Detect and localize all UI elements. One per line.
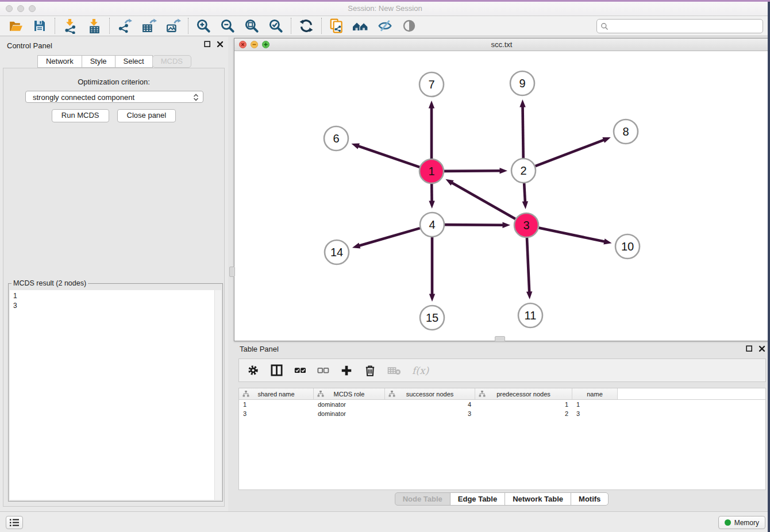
graph-node-4[interactable]: 4: [420, 213, 444, 237]
import-network-button[interactable]: [58, 17, 82, 34]
save-session-button[interactable]: [28, 17, 52, 34]
column-header-name[interactable]: name: [572, 388, 618, 399]
zoom-out-button[interactable]: [215, 17, 240, 34]
column-header-predecessor-nodes[interactable]: predecessor nodes: [475, 388, 572, 399]
add-row-icon[interactable]: [340, 364, 353, 377]
table-cell[interactable]: dominator: [314, 410, 385, 417]
hide-panels-icon: [377, 18, 393, 34]
network-window-titlebar[interactable]: scc.txt: [234, 38, 769, 51]
deselect-all-icon[interactable]: [317, 364, 329, 376]
table-cell[interactable]: 2: [475, 410, 572, 417]
table-cell[interactable]: 1: [239, 401, 314, 408]
home-button[interactable]: [349, 17, 373, 34]
graph-node-10[interactable]: 10: [615, 234, 640, 259]
import-network-icon: [63, 18, 78, 34]
criterion-select[interactable]: strongly connected component: [25, 91, 203, 103]
open-session-button[interactable]: [3, 17, 28, 34]
tab-edge-table[interactable]: Edge Table: [450, 492, 505, 506]
zoom-selected-button[interactable]: [264, 17, 288, 34]
splitter-handle-horizontal[interactable]: [495, 336, 505, 342]
task-history-button[interactable]: [6, 516, 23, 529]
graph-edge-4-14[interactable]: [359, 228, 420, 246]
table-cell[interactable]: 1: [475, 401, 572, 408]
delete-table-icon[interactable]: [387, 365, 401, 376]
graph-edge-3-1[interactable]: [451, 183, 515, 219]
graph-node-7[interactable]: 7: [419, 72, 444, 97]
clone-network-button[interactable]: [325, 17, 349, 34]
graph-node-15[interactable]: 15: [420, 306, 444, 330]
memory-button[interactable]: Memory: [718, 516, 765, 529]
export-table-button[interactable]: [137, 17, 161, 34]
graph-node-6[interactable]: 6: [324, 126, 348, 151]
run-mcds-button[interactable]: Run MCDS: [52, 109, 109, 122]
table-cell[interactable]: dominator: [314, 401, 385, 408]
table-cell[interactable]: 3: [239, 410, 314, 417]
graph-edge-arrowhead: [429, 294, 435, 302]
tab-network[interactable]: Network: [37, 55, 82, 68]
network-canvas[interactable]: 7968124314101511: [234, 51, 769, 341]
graph-edge-3-10[interactable]: [539, 228, 606, 242]
settings-icon[interactable]: [247, 364, 259, 376]
graph-edge-2-9[interactable]: [523, 106, 523, 158]
refresh-button[interactable]: [294, 17, 318, 34]
result-scrollbar[interactable]: [214, 290, 221, 500]
graph-node-1[interactable]: 1: [419, 159, 444, 183]
graph-node-2[interactable]: 2: [511, 159, 536, 183]
graph-edge-1-6[interactable]: [357, 146, 419, 167]
export-network-button[interactable]: [113, 17, 137, 34]
graph-edge-3-11[interactable]: [527, 238, 529, 293]
tab-mcds[interactable]: MCDS: [152, 55, 191, 68]
graph-node-label: 9: [519, 77, 525, 90]
status-bar: Memory: [0, 511, 770, 532]
node-table[interactable]: shared nameMCDS rolesuccessor nodesprede…: [238, 388, 766, 490]
table-cell[interactable]: 3: [385, 410, 475, 417]
zoom-fit-button[interactable]: [240, 17, 264, 34]
close-panel-icon[interactable]: [217, 41, 224, 48]
table-cell[interactable]: 1: [572, 401, 618, 408]
graph-edge-4-3[interactable]: [445, 225, 504, 225]
tab-network-table[interactable]: Network Table: [505, 492, 571, 506]
zoom-fit-icon: [244, 18, 260, 34]
table-row[interactable]: 1dominator411: [239, 400, 765, 409]
graph-edge-1-2[interactable]: [444, 171, 501, 171]
close-panel-icon[interactable]: [759, 345, 765, 352]
tab-motifs[interactable]: Motifs: [571, 492, 609, 506]
toolbar-separator: [55, 18, 55, 34]
select-all-icon[interactable]: [294, 364, 306, 376]
search-icon: [600, 22, 609, 30]
graph-node-3[interactable]: 3: [514, 213, 538, 237]
search-field[interactable]: [596, 19, 763, 33]
graph-edge-2-8[interactable]: [536, 140, 605, 166]
graph-edge-2-3[interactable]: [524, 183, 525, 203]
float-panel-icon[interactable]: [204, 41, 211, 48]
column-header-mcds-role[interactable]: MCDS role: [314, 388, 385, 399]
import-table-button[interactable]: [82, 17, 106, 34]
graph-node-14[interactable]: 14: [325, 240, 349, 264]
hide-panels-button[interactable]: [373, 17, 397, 34]
zoom-in-button[interactable]: [191, 17, 215, 34]
tab-node-table[interactable]: Node Table: [395, 492, 451, 506]
delete-row-icon[interactable]: [364, 364, 376, 377]
function-builder-icon[interactable]: f(x): [412, 365, 429, 376]
splitter-handle-vertical[interactable]: [229, 267, 235, 277]
graph-node-11[interactable]: 11: [518, 303, 542, 327]
close-panel-button[interactable]: Close panel: [117, 109, 176, 122]
home-icon: [352, 18, 369, 34]
graph-node-8[interactable]: 8: [614, 119, 638, 144]
column-header-shared-name[interactable]: shared name: [239, 388, 314, 399]
table-cell[interactable]: 3: [572, 410, 618, 417]
graph-node-9[interactable]: 9: [510, 71, 534, 95]
tab-style[interactable]: Style: [82, 55, 116, 68]
toggle-views-button[interactable]: [397, 17, 421, 34]
graph-edge-arrowhead: [603, 238, 611, 244]
search-input[interactable]: [611, 22, 763, 31]
table-row[interactable]: 3dominator323: [239, 409, 765, 418]
column-label: predecessor nodes: [496, 391, 550, 398]
column-header-successor-nodes[interactable]: successor nodes: [385, 388, 475, 399]
column-view-icon[interactable]: [270, 364, 283, 377]
tab-select[interactable]: Select: [115, 55, 153, 68]
export-image-button[interactable]: [161, 17, 185, 34]
mcds-result-text[interactable]: 1 3: [10, 290, 214, 500]
float-panel-icon[interactable]: [746, 345, 753, 352]
table-cell[interactable]: 4: [385, 401, 475, 408]
